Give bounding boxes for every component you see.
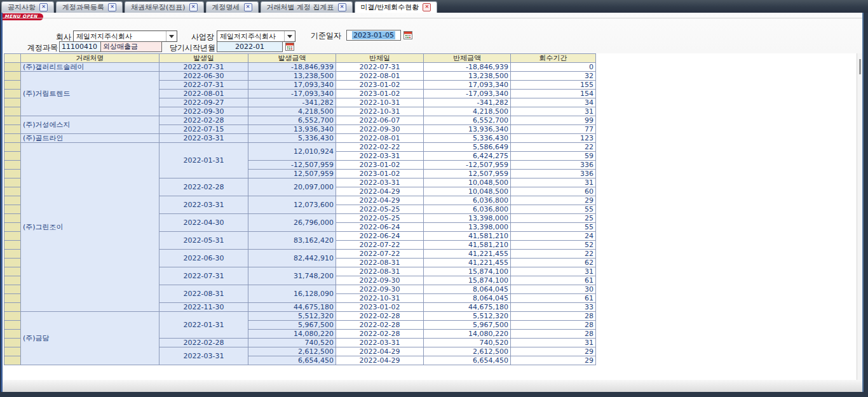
cell-collection-period[interactable]: 25 bbox=[511, 214, 596, 223]
cell-issue-date[interactable]: 2022-02-28 bbox=[159, 116, 248, 125]
cell-issue-date[interactable]: 2022-03-31 bbox=[159, 196, 248, 214]
row-selector[interactable] bbox=[4, 330, 21, 339]
tab-close-icon[interactable]: ✕ bbox=[338, 3, 346, 11]
cell-customer-name[interactable]: (주)그린조이 bbox=[21, 143, 159, 312]
row-selector[interactable] bbox=[4, 152, 21, 161]
cell-settle-date[interactable]: 2022-02-28 bbox=[336, 321, 424, 330]
scrollbar-thumb[interactable] bbox=[859, 59, 861, 74]
cell-settle-date[interactable]: 2022-06-24 bbox=[336, 223, 424, 232]
cell-settle-amount[interactable]: -12,507,959 bbox=[424, 161, 511, 170]
cell-collection-period[interactable]: 28 bbox=[511, 330, 596, 339]
cell-settle-amount[interactable]: 740,520 bbox=[424, 339, 511, 347]
site-select[interactable]: 제일저지주식회사 bbox=[217, 30, 295, 42]
cell-collection-period[interactable]: 59 bbox=[511, 152, 596, 161]
cell-collection-period[interactable]: 61 bbox=[511, 276, 596, 285]
cell-settle-amount[interactable]: 10,048,500 bbox=[424, 178, 511, 187]
cell-issue-amount[interactable]: 2,612,500 bbox=[248, 347, 336, 356]
cell-collection-period[interactable]: 60 bbox=[511, 187, 596, 196]
cell-settle-date[interactable]: 2022-05-25 bbox=[336, 214, 424, 223]
cell-collection-period[interactable]: 77 bbox=[511, 125, 596, 134]
cell-issue-amount[interactable]: 5,336,430 bbox=[248, 134, 336, 143]
cell-settle-amount[interactable]: 6,036,800 bbox=[424, 196, 511, 205]
cell-settle-amount[interactable]: 8,064,045 bbox=[424, 294, 511, 303]
cell-issue-amount[interactable]: 740,520 bbox=[248, 339, 336, 347]
row-selector[interactable] bbox=[4, 276, 21, 285]
cell-settle-amount[interactable]: 6,036,800 bbox=[424, 205, 511, 214]
cell-settle-date[interactable]: 2022-08-31 bbox=[336, 267, 424, 276]
cell-settle-date[interactable]: 2022-09-30 bbox=[336, 125, 424, 134]
cell-issue-date[interactable]: 2022-05-31 bbox=[159, 232, 248, 250]
cell-settle-amount[interactable]: 5,967,500 bbox=[424, 321, 511, 330]
cell-settle-amount[interactable]: 10,048,500 bbox=[424, 187, 511, 196]
cell-settle-amount[interactable]: 8,064,045 bbox=[424, 285, 511, 294]
row-selector[interactable] bbox=[4, 267, 21, 276]
cell-issue-amount[interactable]: 12,507,959 bbox=[248, 170, 336, 178]
cell-issue-amount[interactable]: 13,238,500 bbox=[248, 72, 336, 81]
row-selector[interactable] bbox=[4, 161, 21, 170]
cell-issue-amount[interactable]: -17,093,340 bbox=[248, 90, 336, 98]
cell-settle-date[interactable]: 2022-05-25 bbox=[336, 205, 424, 214]
row-selector[interactable] bbox=[4, 143, 21, 152]
cell-issue-amount[interactable]: 44,675,180 bbox=[248, 303, 336, 312]
cell-settle-date[interactable]: 2022-09-30 bbox=[336, 276, 424, 285]
cell-settle-date[interactable]: 2022-03-31 bbox=[336, 339, 424, 347]
cell-settle-date[interactable]: 2022-10-31 bbox=[336, 107, 424, 116]
cell-settle-amount[interactable]: 15,874,100 bbox=[424, 267, 511, 276]
cell-issue-date[interactable]: 2022-07-15 bbox=[159, 125, 248, 134]
tab-close-icon[interactable]: ✕ bbox=[108, 3, 116, 11]
cell-collection-period[interactable]: 22 bbox=[511, 143, 596, 152]
cell-issue-date[interactable]: 2022-02-28 bbox=[159, 339, 248, 347]
cell-settle-date[interactable]: 2022-08-01 bbox=[336, 72, 424, 81]
tab-close-icon[interactable]: ✕ bbox=[423, 3, 431, 11]
cell-settle-amount[interactable]: 14,080,220 bbox=[424, 330, 511, 339]
row-selector[interactable] bbox=[4, 303, 21, 312]
cell-settle-amount[interactable]: 6,424,275 bbox=[424, 152, 511, 161]
row-selector[interactable] bbox=[4, 259, 21, 267]
cell-settle-amount[interactable]: 41,581,210 bbox=[424, 241, 511, 250]
cell-settle-date[interactable]: 2022-06-24 bbox=[336, 232, 424, 241]
cell-settle-date[interactable]: 2022-02-28 bbox=[336, 330, 424, 339]
row-selector[interactable] bbox=[4, 347, 21, 356]
cell-collection-period[interactable]: 28 bbox=[511, 312, 596, 321]
cell-collection-period[interactable]: 28 bbox=[511, 321, 596, 330]
cell-settle-amount[interactable]: 41,581,210 bbox=[424, 232, 511, 241]
tab-5[interactable]: 거래처별 계정 집계표✕ bbox=[261, 1, 353, 13]
cell-issue-amount[interactable]: 17,093,340 bbox=[248, 81, 336, 90]
cell-collection-period[interactable]: 55 bbox=[511, 205, 596, 214]
account-name-input[interactable] bbox=[100, 41, 162, 52]
cell-collection-period[interactable]: 33 bbox=[511, 303, 596, 312]
cell-settle-date[interactable]: 2023-01-02 bbox=[336, 90, 424, 98]
row-selector[interactable] bbox=[4, 223, 21, 232]
cell-issue-date[interactable]: 2022-06-30 bbox=[159, 250, 248, 267]
cell-settle-amount[interactable]: 5,512,320 bbox=[424, 312, 511, 321]
row-selector[interactable] bbox=[4, 98, 21, 107]
row-selector[interactable] bbox=[4, 63, 21, 72]
cell-settle-amount[interactable]: 41,221,455 bbox=[424, 259, 511, 267]
row-selector[interactable] bbox=[4, 321, 21, 330]
row-selector[interactable] bbox=[4, 294, 21, 303]
cell-collection-period[interactable]: 155 bbox=[511, 81, 596, 90]
row-selector[interactable] bbox=[4, 178, 21, 187]
cell-issue-amount[interactable]: 82,442,910 bbox=[248, 250, 336, 267]
cell-collection-period[interactable]: 30 bbox=[511, 285, 596, 294]
cell-issue-date[interactable]: 2022-01-31 bbox=[159, 143, 248, 178]
cell-settle-amount[interactable]: 2,612,500 bbox=[424, 347, 511, 356]
row-selector[interactable] bbox=[4, 214, 21, 223]
cell-issue-amount[interactable]: 4,218,500 bbox=[248, 107, 336, 116]
cell-settle-date[interactable]: 2023-01-02 bbox=[336, 170, 424, 178]
cell-issue-date[interactable]: 2022-02-28 bbox=[159, 178, 248, 196]
cell-collection-period[interactable]: 55 bbox=[511, 223, 596, 232]
cell-settle-amount[interactable]: -18,846,939 bbox=[424, 63, 511, 72]
cell-settle-date[interactable]: 2022-02-22 bbox=[336, 143, 424, 152]
cell-settle-date[interactable]: 2023-01-02 bbox=[336, 303, 424, 312]
row-selector[interactable] bbox=[4, 134, 21, 143]
vertical-scrollbar[interactable] bbox=[857, 53, 862, 380]
cell-collection-period[interactable]: 31 bbox=[511, 339, 596, 347]
cell-collection-period[interactable]: 31 bbox=[511, 107, 596, 116]
cell-issue-date[interactable]: 2022-01-31 bbox=[159, 312, 248, 339]
row-selector[interactable] bbox=[4, 250, 21, 259]
row-selector[interactable] bbox=[4, 187, 21, 196]
row-selector[interactable] bbox=[4, 285, 21, 294]
cell-collection-period[interactable]: 123 bbox=[511, 134, 596, 143]
cell-settle-date[interactable]: 2022-08-01 bbox=[336, 134, 424, 143]
